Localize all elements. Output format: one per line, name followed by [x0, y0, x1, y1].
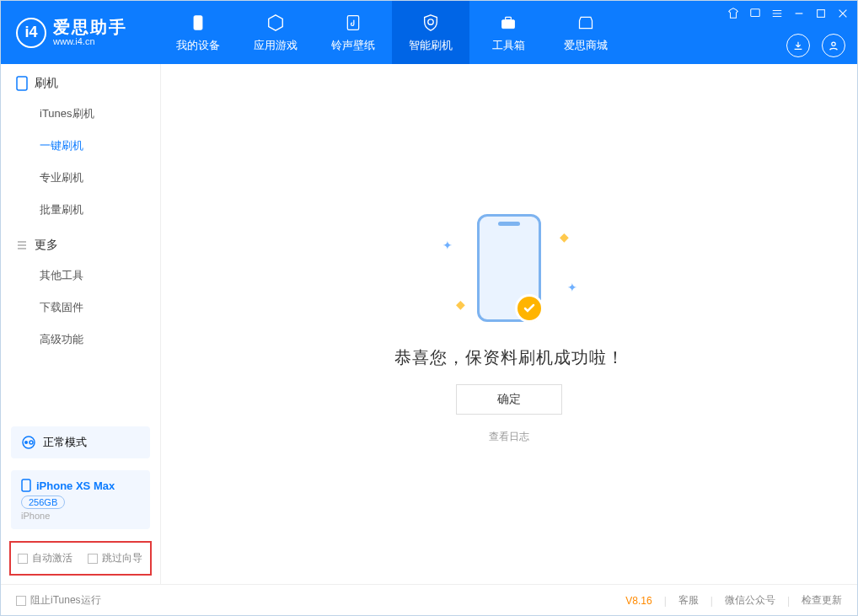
mode-label: 正常模式	[43, 435, 87, 450]
app-title: 爱思助手	[53, 18, 127, 36]
svg-point-11	[29, 441, 33, 444]
svg-point-10	[24, 441, 28, 444]
tab-ringtones[interactable]: 铃声壁纸	[314, 1, 392, 64]
checkbox-block-itunes[interactable]: 阻止iTunes运行	[16, 593, 101, 608]
device-name-label: iPhone XS Max	[36, 479, 115, 492]
logo-icon: i4	[16, 18, 46, 48]
close-icon[interactable]	[837, 8, 849, 19]
shirt-icon[interactable]	[727, 8, 739, 19]
svg-rect-0	[194, 15, 202, 29]
svg-rect-8	[17, 77, 27, 90]
device-capacity: 256GB	[21, 495, 65, 509]
sparkle-icon: ◆	[456, 297, 465, 311]
mode-indicator[interactable]: 正常模式	[11, 426, 150, 458]
sparkle-icon: ✦	[442, 238, 453, 252]
app-subtitle: www.i4.cn	[53, 36, 127, 46]
svg-rect-5	[751, 9, 760, 17]
success-message: 恭喜您，保资料刷机成功啦！	[394, 346, 625, 369]
wechat-link[interactable]: 微信公众号	[725, 593, 775, 608]
svg-point-7	[832, 42, 835, 46]
phone-icon	[16, 76, 28, 91]
main-tabs: 我的设备 应用游戏 铃声壁纸 智能刷机 工具箱 爱思商城	[159, 1, 625, 64]
logo: i4 爱思助手 www.i4.cn	[1, 18, 142, 48]
store-icon	[576, 13, 596, 33]
tab-store[interactable]: 爱思商城	[547, 1, 625, 64]
device-phone-icon	[21, 479, 31, 492]
app-header: i4 爱思助手 www.i4.cn 我的设备 应用游戏 铃声壁纸 智能刷机 工具…	[1, 1, 857, 64]
sidebar-item-advanced[interactable]: 高级功能	[1, 324, 160, 356]
sidebar-item-oneclick-flash[interactable]: 一键刷机	[1, 130, 160, 162]
svg-rect-6	[818, 10, 825, 18]
checkbox-box-icon	[88, 554, 98, 564]
window-controls	[727, 8, 849, 19]
tab-my-device[interactable]: 我的设备	[159, 1, 237, 64]
shield-refresh-icon	[421, 13, 441, 33]
music-file-icon	[343, 13, 363, 33]
success-illustration: ✦ ◆ ◆ ✦	[437, 205, 581, 331]
check-badge-icon	[515, 294, 544, 323]
sidebar-item-itunes-flash[interactable]: iTunes刷机	[1, 98, 160, 130]
sidebar: 刷机 iTunes刷机 一键刷机 专业刷机 批量刷机 更多 其他工具 下载固件 …	[1, 64, 161, 584]
sidebar-item-pro-flash[interactable]: 专业刷机	[1, 162, 160, 194]
menu-icon[interactable]	[771, 8, 783, 19]
list-icon	[16, 239, 28, 251]
svg-rect-3	[502, 19, 515, 28]
sidebar-group-flash: 刷机	[1, 64, 160, 98]
checkbox-auto-activate[interactable]: 自动激活	[18, 551, 72, 565]
sidebar-item-download-firmware[interactable]: 下载固件	[1, 292, 160, 324]
tab-flash[interactable]: 智能刷机	[392, 1, 469, 64]
main-content: ✦ ◆ ◆ ✦ 恭喜您，保资料刷机成功啦！ 确定 查看日志	[161, 64, 857, 584]
check-update-link[interactable]: 检查更新	[802, 593, 842, 608]
tab-toolbox[interactable]: 工具箱	[469, 1, 547, 64]
mode-icon	[21, 435, 36, 450]
download-button[interactable]	[786, 34, 810, 57]
tab-apps[interactable]: 应用游戏	[237, 1, 314, 64]
user-button[interactable]	[822, 34, 845, 57]
svg-rect-4	[506, 17, 512, 19]
device-info[interactable]: iPhone XS Max 256GB iPhone	[11, 470, 150, 529]
svg-rect-12	[22, 479, 30, 491]
checkbox-skip-guide[interactable]: 跳过向导	[88, 551, 142, 565]
sparkle-icon: ✦	[567, 281, 577, 294]
option-checkboxes-highlight: 自动激活 跳过向导	[9, 541, 152, 576]
view-log-link[interactable]: 查看日志	[489, 430, 529, 444]
sparkle-icon: ◆	[560, 230, 569, 244]
status-bar: 阻止iTunes运行 V8.16 | 客服 | 微信公众号 | 检查更新	[1, 584, 857, 616]
checkbox-box-icon	[18, 554, 28, 564]
ok-button[interactable]: 确定	[456, 384, 562, 415]
device-icon	[188, 13, 208, 33]
sidebar-item-other-tools[interactable]: 其他工具	[1, 260, 160, 292]
checkbox-box-icon	[16, 596, 26, 606]
version-label: V8.16	[625, 595, 652, 607]
svg-point-2	[428, 19, 433, 24]
sidebar-item-batch-flash[interactable]: 批量刷机	[1, 194, 160, 226]
cube-icon	[265, 13, 286, 33]
toolbox-icon	[498, 13, 518, 33]
sidebar-group-more: 更多	[1, 226, 160, 260]
minimize-icon[interactable]	[793, 8, 805, 19]
svg-rect-1	[347, 15, 358, 29]
feedback-icon[interactable]	[749, 8, 761, 19]
support-link[interactable]: 客服	[678, 593, 699, 608]
device-type: iPhone	[21, 511, 140, 521]
maximize-icon[interactable]	[815, 8, 827, 19]
header-right-buttons	[786, 34, 845, 57]
